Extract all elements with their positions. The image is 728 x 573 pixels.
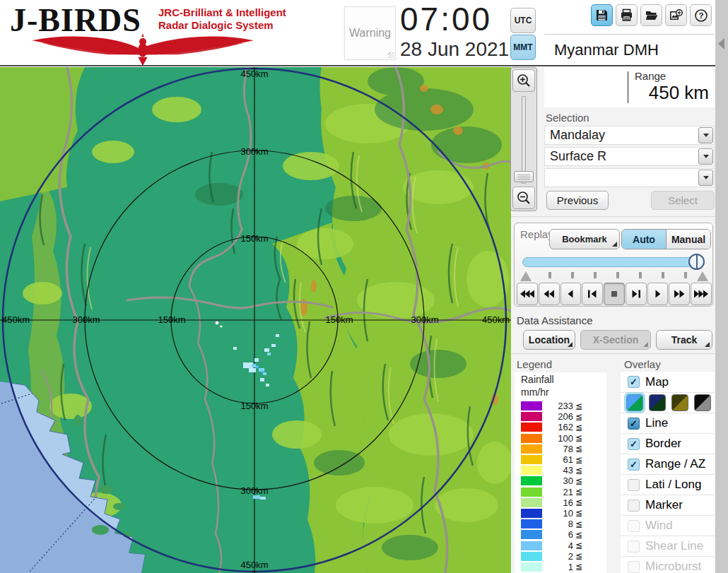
selection-label: Selection <box>546 112 589 124</box>
da-button-label: Track <box>671 334 698 345</box>
step-back-button[interactable] <box>582 283 603 305</box>
range-az-checkbox[interactable]: ✓ <box>628 459 640 471</box>
legend-swatch <box>521 476 542 485</box>
legend-swatch <box>521 488 542 497</box>
legend-swatch <box>521 455 542 464</box>
map-style-2-button[interactable] <box>649 394 666 411</box>
border-checkbox[interactable]: ✓ <box>628 438 640 450</box>
x-section-button[interactable]: X-Section <box>580 330 651 350</box>
slider-tick <box>662 272 664 278</box>
legend-leq: ≦ <box>575 530 582 540</box>
svg-text:?: ? <box>698 11 703 20</box>
legend-value: 162 <box>542 422 573 432</box>
step-forward-button[interactable] <box>626 283 647 305</box>
radar-map[interactable]: 450km 300km 150km 150km 300km 450km 450k… <box>0 67 511 573</box>
legend-entry: 8≦ <box>521 519 604 529</box>
overlay-row-marker: Marker <box>621 495 715 515</box>
range-start-marker[interactable] <box>520 271 532 281</box>
map-style-4-button[interactable] <box>694 394 711 411</box>
bookmark-button[interactable]: Bookmark <box>549 229 620 249</box>
manual-button[interactable]: Manual <box>667 230 710 249</box>
legend-value: 4 <box>542 540 573 551</box>
slider-handle[interactable] <box>688 254 705 270</box>
play-button[interactable] <box>647 283 669 305</box>
fast-forward-button[interactable] <box>669 283 690 305</box>
range-divider <box>628 71 628 103</box>
legend-leq: ≦ <box>575 551 582 561</box>
product-dropdown-button[interactable] <box>698 148 713 165</box>
ring-label: 150km <box>240 233 268 244</box>
auto-button[interactable]: Auto <box>622 230 667 249</box>
map-style-1-button[interactable] <box>626 394 643 411</box>
stop-button[interactable] <box>604 283 625 305</box>
zoom-in-icon <box>516 73 532 88</box>
legend-entry: 2≦ <box>521 551 604 562</box>
range-az-label: Range / AZ <box>645 457 705 471</box>
product-dropdown[interactable]: Surface R <box>544 147 715 166</box>
wind-checkbox[interactable] <box>628 520 640 532</box>
track-button[interactable]: Track <box>656 330 712 350</box>
overlay-row-shear-line: Shear Line <box>621 536 715 556</box>
legend-entry: 61≦ <box>521 454 604 465</box>
legend-leq: ≦ <box>575 466 582 475</box>
previous-button[interactable]: Previous <box>546 191 609 210</box>
skip-to-start-button[interactable] <box>517 283 538 305</box>
site-dropdown-button[interactable] <box>698 127 713 143</box>
marker-checkbox[interactable] <box>628 500 640 512</box>
zoom-in-button[interactable] <box>512 69 535 92</box>
print-button[interactable] <box>616 4 638 26</box>
ring-label: 450km <box>2 314 30 325</box>
logo-subtitle-1: JRC-Brilliant & Intelligent <box>158 6 286 18</box>
legend-value: 100 <box>542 433 573 444</box>
step-forward-icon <box>628 289 644 299</box>
station-name: Myanmar DMH <box>554 41 659 59</box>
range-end-marker[interactable] <box>697 271 708 281</box>
range-label: Range <box>635 70 666 82</box>
skip-to-end-button[interactable] <box>691 283 712 305</box>
ring-label: 300km <box>72 314 100 325</box>
menu-corner-icon <box>705 342 710 347</box>
zoom-out-button[interactable] <box>512 187 535 209</box>
jbirds-logo: J-BIRDS JRC-Brilliant & Intelligent Rada… <box>4 1 287 65</box>
lati-long-checkbox[interactable] <box>628 479 640 491</box>
select-button[interactable]: Select <box>651 191 715 210</box>
save-button[interactable] <box>591 4 613 26</box>
chevron-down-icon <box>703 155 709 158</box>
legend-value: 2 <box>542 551 573 562</box>
warning-label: Warning <box>345 27 395 40</box>
site-dropdown[interactable]: Mandalay <box>544 126 715 145</box>
utc-button[interactable]: UTC <box>510 8 536 33</box>
legend-leq: ≦ <box>575 508 582 518</box>
ring-label: 150km <box>325 314 353 325</box>
legend-swatch <box>521 519 542 528</box>
mmt-button[interactable]: MMT <box>510 35 536 60</box>
fast-forward-icon <box>671 289 687 299</box>
legend-leq: ≦ <box>575 562 582 572</box>
slider-tick <box>684 272 687 278</box>
option-dropdown[interactable] <box>544 168 715 187</box>
open-folder-button[interactable] <box>640 4 662 26</box>
resize-grip-icon[interactable] <box>388 52 394 59</box>
legend-value: 30 <box>542 475 573 486</box>
microburst-checkbox[interactable] <box>628 561 640 573</box>
map-style-3-button[interactable] <box>671 394 688 411</box>
legend-value: 6 <box>542 529 573 540</box>
replay-label: Replay <box>520 228 553 240</box>
add-image-button[interactable] <box>665 4 687 26</box>
help-button[interactable]: ? <box>690 4 712 26</box>
location-button[interactable]: Location <box>523 330 575 350</box>
fast-rewind-button[interactable] <box>539 283 560 305</box>
map-checkbox[interactable]: ✓ <box>628 376 640 388</box>
slider-tick <box>594 272 597 278</box>
panel-collapse-strip[interactable] <box>715 0 728 573</box>
zoom-slider-handle[interactable] <box>514 171 534 182</box>
replay-slider[interactable] <box>522 257 705 267</box>
shear-line-checkbox[interactable] <box>628 540 640 553</box>
warning-panel[interactable]: Warning <box>344 6 396 60</box>
legend-swatch <box>521 562 542 572</box>
line-checkbox[interactable]: ✓ <box>628 418 640 430</box>
collapse-arrow-icon[interactable] <box>718 38 724 49</box>
option-dropdown-button[interactable] <box>698 170 713 186</box>
play-reverse-button[interactable] <box>560 283 582 305</box>
legend-entry: 16≦ <box>521 497 604 508</box>
